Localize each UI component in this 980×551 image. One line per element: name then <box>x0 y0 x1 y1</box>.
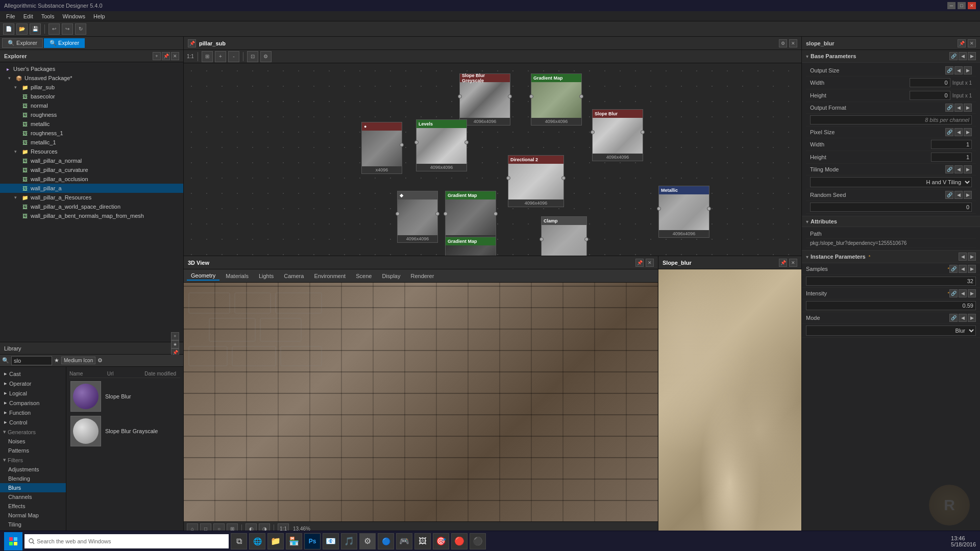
tab-lights[interactable]: Lights <box>255 272 278 280</box>
intensity-arr2-btn[interactable]: ▶ <box>968 289 976 297</box>
node-directional-2[interactable]: Directional 2 4096x4096 <box>508 155 564 207</box>
width-input[interactable] <box>910 78 950 87</box>
tree-wall-normal[interactable]: 🖼 wall_pillar_a_normal <box>0 156 183 165</box>
lib-cat-function[interactable]: ▸Function <box>0 408 66 417</box>
instance-params-section[interactable]: ▾ Instance Parameters * ◀ ▶ <box>802 251 980 263</box>
undo-button[interactable]: ↩ <box>48 23 60 35</box>
seed-arr2-btn[interactable]: ▶ <box>964 191 972 199</box>
samples-arr-btn[interactable]: ◀ <box>959 265 967 273</box>
node-gray-center[interactable]: ◆ 4096x4096 <box>397 191 438 243</box>
base-params-section[interactable]: ▾ Base Parameters 🔗 ◀ ▶ <box>802 50 980 63</box>
pixel-arr2-btn[interactable]: ▶ <box>964 128 972 136</box>
menu-edit[interactable]: Edit <box>19 13 37 19</box>
size-arr-btn[interactable]: ◀ <box>954 66 963 74</box>
view3d-canvas[interactable] <box>184 283 658 521</box>
input-port[interactable] <box>591 130 595 134</box>
view3d-close-btn[interactable]: ✕ <box>646 259 654 267</box>
output-port[interactable] <box>464 140 469 144</box>
tiling-select[interactable]: H and V Tiling <box>810 177 972 187</box>
tree-wall-curvature[interactable]: 🖼 wall_pillar_a_curvature <box>0 165 183 174</box>
tab-renderer[interactable]: Renderer <box>406 272 438 280</box>
pixel-link-btn[interactable]: 🔗 <box>945 128 953 136</box>
input-port[interactable] <box>657 207 661 211</box>
format-input[interactable] <box>810 115 972 124</box>
graph-settings-btn[interactable]: ⚙ <box>779 39 787 47</box>
tiling-link-btn[interactable]: 🔗 <box>945 165 953 173</box>
tree-users-packages[interactable]: ▸ User's Packages <box>0 64 183 73</box>
samples-arr2-btn[interactable]: ▶ <box>968 265 976 273</box>
intensity-arr-btn[interactable]: ◀ <box>959 289 967 297</box>
texture-close-btn[interactable]: ✕ <box>789 259 797 267</box>
tree-wall-occlusion[interactable]: 🖼 wall_pillar_a_occlusion <box>0 174 183 184</box>
node-gradient-map-3[interactable]: Gradient Map 4096x4096 <box>445 237 496 256</box>
input-port[interactable] <box>506 176 510 180</box>
output-port[interactable] <box>641 130 645 134</box>
mode-select[interactable]: Blur <box>806 325 976 336</box>
taskbar-app7[interactable]: ⚙ <box>359 533 376 549</box>
library-add-btn[interactable]: + <box>171 332 179 340</box>
output-port[interactable] <box>400 143 404 147</box>
taskbar-app9[interactable]: 🎮 <box>396 533 412 549</box>
tree-wall-bent[interactable]: 🖼 wall_pillar_a_bent_normals_map_from_me… <box>0 211 183 220</box>
texture-pin-btn[interactable]: 📌 <box>779 259 787 267</box>
mode-arr-btn[interactable]: ◀ <box>959 314 967 322</box>
output-port[interactable] <box>561 176 566 180</box>
lib-cat-patterns[interactable]: Patterns <box>0 446 66 455</box>
taskbar-app11[interactable]: 🎯 <box>433 533 449 549</box>
tab-geometry[interactable]: Geometry <box>187 271 219 281</box>
lib-cat-blending[interactable]: Blending <box>0 474 66 483</box>
new-button[interactable]: 📄 <box>3 23 14 35</box>
node-clamp[interactable]: Clamp 4096x4096 <box>541 216 587 256</box>
taskbar-app10[interactable]: 🖼 <box>414 533 431 549</box>
samples-link-btn[interactable]: 🔗 <box>949 265 958 273</box>
explorer-add-btn[interactable]: + <box>153 52 161 60</box>
output-port[interactable] <box>435 212 439 216</box>
lib-cat-normalmap[interactable]: Normal Map <box>0 511 66 520</box>
pixel-h-input[interactable] <box>931 153 972 162</box>
tab-camera[interactable]: Camera <box>280 272 308 280</box>
tree-roughness-1[interactable]: 🖼 roughness_1 <box>0 129 183 138</box>
zoom-in-btn[interactable]: + <box>215 51 226 62</box>
tab-scene[interactable]: Scene <box>352 272 376 280</box>
section-link-btn[interactable]: 🔗 <box>949 52 958 60</box>
lib-section-generators[interactable]: ▾Generators <box>0 427 66 437</box>
size-link-btn[interactable]: 🔗 <box>945 66 953 74</box>
taskbar-app5[interactable]: 📧 <box>323 533 339 549</box>
tree-roughness[interactable]: 🖼 roughness <box>0 110 183 119</box>
pixel-arr-btn[interactable]: ◀ <box>954 128 963 136</box>
lib-cat-operator[interactable]: ▸Operator <box>0 379 66 388</box>
instance-link-btn[interactable]: ◀ <box>959 253 967 261</box>
size-arr2-btn[interactable]: ▶ <box>964 66 972 74</box>
lib-cat-effects[interactable]: Effects <box>0 502 66 511</box>
lib-cat-comparison[interactable]: ▸Comparison <box>0 398 66 408</box>
right-panel-close-btn[interactable]: ✕ <box>968 39 976 47</box>
taskbar-ps[interactable]: Ps <box>304 533 321 549</box>
tree-unsaved-package[interactable]: ▾ 📦 Unsaved Package* <box>0 73 183 83</box>
node-gradient-map-2[interactable]: Gradient Map 4096x4096 <box>445 191 496 243</box>
view3d-pin-btn[interactable]: 📌 <box>635 259 644 267</box>
tab-explorer-1[interactable]: 🔍 Explorer <box>2 38 43 48</box>
texture-canvas[interactable] <box>658 269 801 536</box>
tree-basecolor[interactable]: 🖼 basecolor <box>0 92 183 101</box>
lib-cat-control[interactable]: ▸Control <box>0 417 66 427</box>
taskbar-task-view[interactable]: ⧉ <box>231 533 247 549</box>
attributes-section[interactable]: ▾ Attributes <box>802 216 980 227</box>
input-port[interactable] <box>458 94 462 98</box>
tree-resources[interactable]: ▾ 📁 Resources <box>0 147 183 156</box>
refresh-button[interactable]: ↻ <box>75 23 86 35</box>
settings2-btn[interactable]: ⚙ <box>260 51 272 62</box>
explorer-close-btn[interactable]: ✕ <box>171 52 179 60</box>
right-panel-pin-btn[interactable]: 📌 <box>958 39 966 47</box>
tree-metallic-1[interactable]: 🖼 metallic_1 <box>0 138 183 147</box>
instance-arr-btn[interactable]: ▶ <box>968 253 976 261</box>
seed-input[interactable] <box>810 203 972 212</box>
tiling-arr2-btn[interactable]: ▶ <box>964 165 972 173</box>
input-port[interactable] <box>444 212 448 216</box>
node-left-red[interactable]: ● x4096 <box>361 122 402 174</box>
taskbar-app6[interactable]: 🎵 <box>341 533 357 549</box>
intensity-link-btn[interactable]: 🔗 <box>949 289 958 297</box>
seed-arr-btn[interactable]: ◀ <box>954 191 963 199</box>
taskbar-app12[interactable]: 🔴 <box>451 533 468 549</box>
input-port[interactable] <box>540 237 544 241</box>
library-star-btn[interactable]: ★ <box>171 340 179 348</box>
